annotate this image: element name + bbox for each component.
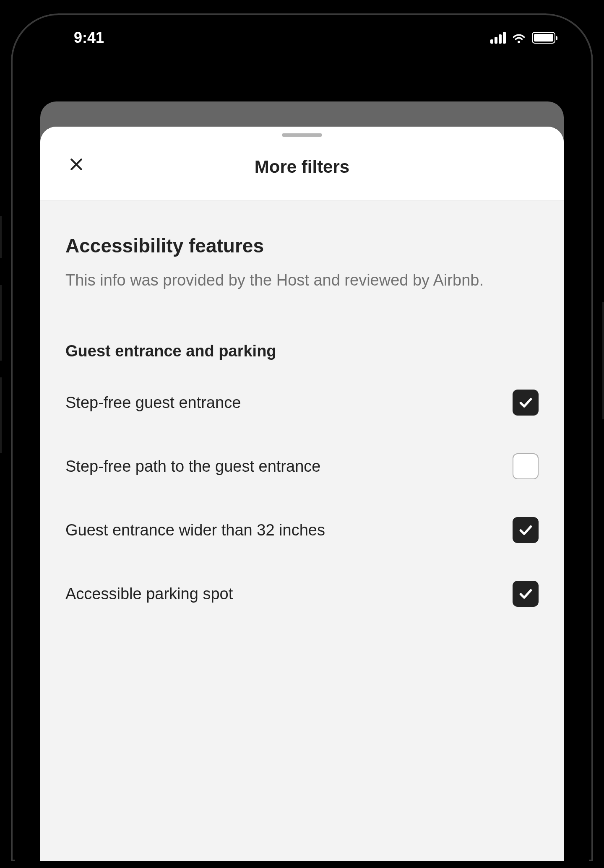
- filter-option-label: Step-free path to the guest entrance: [65, 455, 496, 478]
- phone-side-button: [0, 377, 2, 453]
- group-title: Guest entrance and parking: [65, 342, 539, 360]
- section-description: This info was provided by the Host and r…: [65, 269, 539, 292]
- modal-header: More filters: [40, 127, 564, 201]
- filter-option-row[interactable]: Step-free guest entrance: [65, 390, 539, 416]
- section-heading: Accessibility features: [65, 234, 539, 257]
- filter-option-label: Step-free guest entrance: [65, 392, 496, 414]
- checkmark-icon: [517, 522, 534, 538]
- filter-checkbox[interactable]: [513, 453, 539, 479]
- filter-checkbox[interactable]: [513, 517, 539, 543]
- sheet-grabber[interactable]: [282, 133, 322, 137]
- filter-checkbox[interactable]: [513, 390, 539, 416]
- modal-content: Accessibility features This info was pro…: [40, 201, 564, 645]
- wifi-icon: [511, 32, 527, 44]
- phone-side-button: [602, 302, 604, 419]
- filter-option-label: Guest entrance wider than 32 inches: [65, 519, 496, 541]
- modal-title: More filters: [255, 157, 349, 177]
- cellular-signal-icon: [490, 32, 506, 44]
- status-icons: [490, 32, 555, 44]
- checkmark-icon: [517, 585, 534, 602]
- close-button[interactable]: [65, 153, 87, 175]
- filter-option-label: Accessible parking spot: [65, 583, 496, 605]
- filters-modal: More filters Accessibility features This…: [40, 127, 564, 861]
- filter-option-row[interactable]: Accessible parking spot: [65, 581, 539, 607]
- status-time: 9:41: [74, 29, 104, 47]
- filter-checkbox[interactable]: [513, 581, 539, 607]
- battery-icon: [532, 32, 555, 44]
- close-icon: [68, 156, 85, 173]
- phone-side-button: [0, 285, 2, 361]
- phone-side-button: [0, 216, 2, 258]
- filter-option-row[interactable]: Guest entrance wider than 32 inches: [65, 517, 539, 543]
- phone-notch: [239, 18, 365, 39]
- filter-option-row[interactable]: Step-free path to the guest entrance: [65, 453, 539, 479]
- checkmark-icon: [517, 394, 534, 411]
- phone-frame: 9:41: [4, 7, 600, 868]
- phone-screen: 9:41: [15, 18, 589, 861]
